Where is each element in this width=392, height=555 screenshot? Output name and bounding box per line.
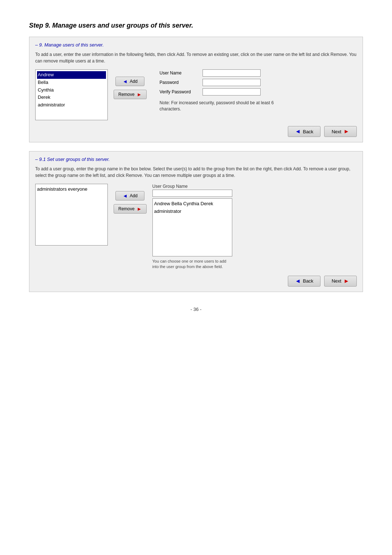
- remove-arrow-icon: ►: [137, 92, 142, 97]
- list-item[interactable]: Andrew: [37, 71, 106, 79]
- group-add-button[interactable]: ◄ Add: [115, 191, 144, 200]
- section-91-back-button[interactable]: ◄ Back: [288, 276, 320, 287]
- verify-password-input[interactable]: [203, 88, 261, 96]
- list-item[interactable]: Andrew: [154, 201, 170, 206]
- section-9-buttons: ◄ Add Remove ►: [108, 69, 152, 99]
- group-name-label: User Group Name: [152, 184, 232, 189]
- list-item[interactable]: Bella: [37, 79, 106, 86]
- list-item[interactable]: administrator: [154, 208, 181, 214]
- list-item[interactable]: Cynthia: [37, 86, 106, 94]
- add-button-label: Add: [130, 79, 138, 84]
- section-9-header: – 9. Manage users of this server.: [35, 42, 357, 48]
- list-item[interactable]: Cynthia: [183, 201, 199, 206]
- next-arrow-icon-91: ►: [343, 278, 349, 284]
- section-9-back-button[interactable]: ◄ Back: [288, 126, 320, 137]
- list-item[interactable]: everyone: [68, 186, 87, 192]
- section-91-buttons: ◄ Add Remove ►: [108, 184, 152, 214]
- section-91-nav: ◄ Back Next ►: [35, 276, 357, 287]
- group-note: You can choose one or more users to add …: [152, 259, 232, 270]
- page-title: Step 9. Manage users and user groups of …: [29, 22, 363, 29]
- username-row: User Name: [160, 69, 357, 77]
- section-9-description: To add a user, enter the user informatio…: [35, 51, 357, 64]
- group-name-input[interactable]: [152, 190, 232, 197]
- group-remove-arrow-icon: ►: [137, 206, 142, 212]
- verify-password-row: Verify Password: [160, 88, 357, 96]
- verify-password-label: Verify Password: [160, 89, 200, 94]
- back-button-label: Back: [303, 129, 313, 134]
- password-label: Password: [160, 80, 200, 85]
- section-91-next-button[interactable]: Next ►: [324, 276, 357, 287]
- group-remove-button[interactable]: Remove ►: [114, 204, 147, 214]
- section-9-user-list[interactable]: Andrew Bella Cynthia Derek administrator: [35, 69, 108, 120]
- section-9-nav: ◄ Back Next ►: [35, 126, 357, 137]
- group-note-line1: You can choose one or more users to add: [152, 259, 226, 263]
- list-item[interactable]: Derek: [201, 201, 213, 206]
- section-91-user-list[interactable]: Andrew Bella Cynthia Derek administrator: [152, 198, 232, 256]
- group-note-line2: into the user group from the above field…: [152, 264, 223, 269]
- list-item[interactable]: Derek: [37, 94, 106, 101]
- back-arrow-icon: ◄: [295, 128, 301, 135]
- section-9-form: User Name Password Verify Password Note:…: [152, 69, 357, 112]
- remove-button[interactable]: Remove ►: [114, 90, 147, 99]
- password-row: Password: [160, 79, 357, 86]
- remove-button-label: Remove: [118, 92, 135, 97]
- group-add-button-label: Add: [130, 193, 138, 198]
- list-item[interactable]: administrator: [37, 101, 106, 109]
- next-button-label-91: Next: [332, 278, 342, 284]
- section-9-content: Andrew Bella Cynthia Derek administrator…: [35, 69, 357, 120]
- section-91-content: administrators everyone ◄ Add Remove ► U…: [35, 184, 357, 270]
- section-91-description: To add a user group, enter the group nam…: [35, 166, 357, 179]
- section-91-group-list[interactable]: administrators everyone: [35, 184, 108, 246]
- back-button-label-91: Back: [303, 278, 313, 284]
- back-arrow-icon-91: ◄: [295, 278, 301, 284]
- next-button-label: Next: [332, 129, 342, 134]
- add-button[interactable]: ◄ Add: [115, 77, 144, 86]
- next-arrow-icon: ►: [343, 128, 349, 135]
- section-91-header: – 9.1 Set user groups of this server.: [35, 157, 357, 162]
- list-item[interactable]: administrators: [37, 186, 67, 192]
- section-91-panel: – 9.1 Set user groups of this server. To…: [29, 151, 363, 292]
- username-label: User Name: [160, 70, 200, 76]
- add-arrow-icon: ◄: [123, 78, 128, 84]
- password-input[interactable]: [203, 79, 261, 86]
- group-remove-button-label: Remove: [118, 206, 135, 211]
- username-input[interactable]: [203, 69, 261, 77]
- page-number: - 36 -: [29, 307, 363, 312]
- group-add-arrow-icon: ◄: [123, 193, 128, 199]
- section-91-right: User Group Name Andrew Bella Cynthia Der…: [152, 184, 232, 270]
- password-note: Note: For increased security, password s…: [160, 100, 276, 112]
- list-item[interactable]: Bella: [171, 201, 182, 206]
- section-9-panel: – 9. Manage users of this server. To add…: [29, 37, 363, 142]
- section-9-next-button[interactable]: Next ►: [324, 126, 357, 137]
